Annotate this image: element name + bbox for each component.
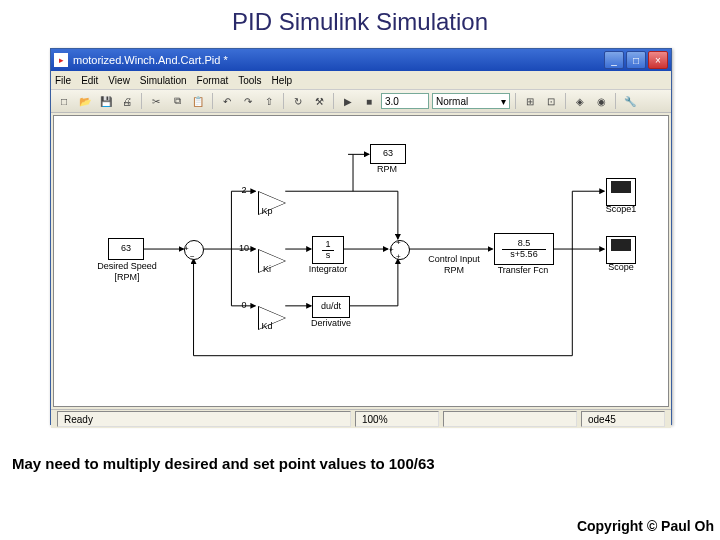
new-icon[interactable]: □ bbox=[55, 92, 73, 110]
status-zoom: 100% bbox=[355, 411, 439, 427]
label-ki: Ki bbox=[254, 264, 280, 274]
block-sum-error[interactable]: + − bbox=[184, 240, 204, 260]
block-scope1[interactable] bbox=[606, 178, 636, 206]
block-integrator[interactable]: 1 s bbox=[312, 236, 344, 264]
copyright: Copyright © Paul Oh bbox=[577, 518, 714, 534]
menu-tools[interactable]: Tools bbox=[238, 75, 261, 86]
block-derivative[interactable]: du/dt bbox=[312, 296, 350, 318]
status-solver: ode45 bbox=[581, 411, 665, 427]
cut-icon[interactable]: ✂ bbox=[147, 92, 165, 110]
titlebar: ▸ motorized.Winch.And.Cart.Pid * _ □ × bbox=[51, 49, 671, 71]
menu-file[interactable]: File bbox=[55, 75, 71, 86]
model-canvas[interactable]: 63 Desired Speed [RPM] + − 2 Kp 10 Ki 0 … bbox=[53, 115, 669, 407]
label-control-rpm: RPM bbox=[422, 265, 486, 275]
label-rpm-display: RPM bbox=[370, 164, 404, 174]
tool-icon-3[interactable]: ◈ bbox=[571, 92, 589, 110]
stop-time-input[interactable]: 3.0 bbox=[381, 93, 429, 109]
paste-icon[interactable]: 📋 bbox=[189, 92, 207, 110]
block-sum-pid[interactable]: + + + bbox=[390, 240, 410, 260]
slide-title: PID Simulink Simulation bbox=[0, 0, 720, 40]
label-scope1: Scope1 bbox=[602, 204, 640, 214]
copy-icon[interactable]: ⧉ bbox=[168, 92, 186, 110]
maximize-button[interactable]: □ bbox=[626, 51, 646, 69]
label-derivative: Derivative bbox=[306, 318, 356, 328]
block-rpm-display[interactable]: 63 bbox=[370, 144, 406, 164]
mode-select[interactable]: Normal▾ bbox=[432, 93, 510, 109]
menu-format[interactable]: Format bbox=[197, 75, 229, 86]
menubar: File Edit View Simulation Format Tools H… bbox=[51, 71, 671, 90]
label-integrator: Integrator bbox=[304, 264, 352, 274]
block-scope[interactable] bbox=[606, 236, 636, 264]
open-icon[interactable]: 📂 bbox=[76, 92, 94, 110]
label-desired-speed: Desired Speed bbox=[92, 261, 162, 271]
app-icon: ▸ bbox=[54, 53, 68, 67]
toolbar: □ 📂 💾 🖨 ✂ ⧉ 📋 ↶ ↷ ⇧ ↻ ⚒ ▶ ■ 3.0 Normal▾ … bbox=[51, 90, 671, 113]
undo-icon[interactable]: ↶ bbox=[218, 92, 236, 110]
status-blank bbox=[443, 411, 577, 427]
play-icon[interactable]: ▶ bbox=[339, 92, 357, 110]
close-button[interactable]: × bbox=[648, 51, 668, 69]
statusbar: Ready 100% ode45 bbox=[51, 409, 671, 428]
redo-icon[interactable]: ↷ bbox=[239, 92, 257, 110]
menu-help[interactable]: Help bbox=[272, 75, 293, 86]
up-icon[interactable]: ⇧ bbox=[260, 92, 278, 110]
block-desired-speed[interactable]: 63 bbox=[108, 238, 144, 260]
label-scope: Scope bbox=[604, 262, 638, 272]
minimize-button[interactable]: _ bbox=[604, 51, 624, 69]
tool-icon-4[interactable]: ◉ bbox=[592, 92, 610, 110]
menu-edit[interactable]: Edit bbox=[81, 75, 98, 86]
label-kd: Kd bbox=[254, 321, 280, 331]
footer-note: May need to multiply desired and set poi… bbox=[12, 455, 435, 472]
label-control-input: Control Input bbox=[422, 254, 486, 264]
print-icon[interactable]: 🖨 bbox=[118, 92, 136, 110]
window-title: motorized.Winch.And.Cart.Pid * bbox=[73, 54, 604, 66]
tool-icon-2[interactable]: ⊡ bbox=[542, 92, 560, 110]
status-ready: Ready bbox=[57, 411, 351, 427]
refresh-icon[interactable]: ↻ bbox=[289, 92, 307, 110]
library-icon[interactable]: 🔧 bbox=[621, 92, 639, 110]
label-desired-rpm: [RPM] bbox=[92, 272, 162, 282]
simulink-window: ▸ motorized.Winch.And.Cart.Pid * _ □ × F… bbox=[50, 48, 672, 425]
label-kp: Kp bbox=[254, 206, 280, 216]
block-transfer-fcn[interactable]: 8.5 s+5.56 bbox=[494, 233, 554, 265]
stop-icon[interactable]: ■ bbox=[360, 92, 378, 110]
build-icon[interactable]: ⚒ bbox=[310, 92, 328, 110]
tool-icon-1[interactable]: ⊞ bbox=[521, 92, 539, 110]
menu-simulation[interactable]: Simulation bbox=[140, 75, 187, 86]
save-icon[interactable]: 💾 bbox=[97, 92, 115, 110]
menu-view[interactable]: View bbox=[108, 75, 130, 86]
label-transfer-fcn: Transfer Fcn bbox=[492, 265, 554, 275]
